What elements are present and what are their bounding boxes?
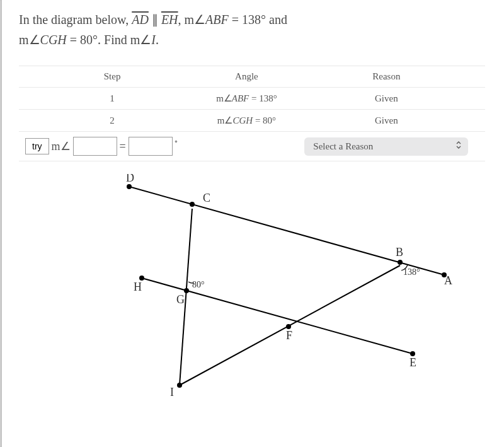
svg-point-10	[286, 324, 291, 329]
svg-point-11	[410, 351, 415, 356]
reason-select[interactable]: Select a Reason	[304, 137, 468, 156]
svg-point-8	[139, 276, 144, 281]
col-angle: Angle	[205, 66, 288, 88]
chevron-updown-icon	[455, 141, 462, 152]
degree-label: ∘	[174, 137, 178, 146]
point-d-label: D	[126, 174, 134, 184]
point-b-label: B	[396, 246, 403, 258]
svg-point-6	[398, 260, 403, 265]
point-h-label: H	[134, 281, 142, 293]
steps-table: Step Angle Reason 1 m∠ABF = 138° Given 2…	[19, 66, 485, 161]
geometry-diagram: D C B A H G F E I 80° 138°	[50, 174, 454, 401]
angle-g-label: 80°	[192, 280, 205, 289]
angle-value-input[interactable]	[129, 137, 173, 156]
try-button[interactable]: try	[25, 138, 49, 154]
svg-point-12	[177, 383, 182, 388]
problem-statement: In the diagram below, AD ∥ EH, m∠ABF = 1…	[19, 9, 485, 50]
equals-label: =	[120, 140, 126, 153]
point-g-label: G	[176, 293, 185, 306]
point-c-label: C	[203, 192, 210, 204]
m-angle-label: m∠	[52, 139, 71, 153]
svg-point-4	[127, 184, 132, 189]
svg-line-0	[129, 187, 444, 275]
angle-name-input[interactable]	[73, 137, 117, 156]
reason-placeholder: Select a Reason	[313, 141, 373, 151]
angle-b-label: 138°	[403, 267, 420, 277]
svg-point-5	[190, 202, 195, 207]
point-i-label: I	[170, 386, 174, 398]
col-step: Step	[19, 66, 205, 88]
svg-point-9	[184, 288, 189, 293]
point-a-label: A	[444, 274, 452, 287]
col-reason: Reason	[288, 66, 485, 88]
point-f-label: F	[286, 329, 292, 342]
table-row: 2 m∠CGH = 80° Given	[19, 110, 485, 132]
try-row: try m∠ = ∘ Select a Reason	[19, 132, 485, 161]
table-row: 1 m∠ABF = 138° Given	[19, 88, 485, 110]
point-e-label: E	[410, 356, 416, 369]
